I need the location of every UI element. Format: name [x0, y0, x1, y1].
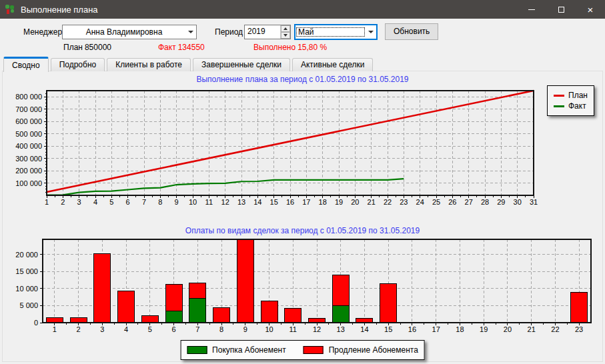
svg-text:10: 10 [189, 198, 197, 206]
svg-text:10: 10 [265, 325, 273, 333]
svg-text:18: 18 [319, 198, 327, 206]
svg-text:31: 31 [530, 198, 538, 206]
svg-text:8: 8 [158, 198, 162, 206]
svg-text:9: 9 [243, 325, 247, 333]
svg-text:3: 3 [100, 325, 104, 333]
tab-zavershennye-sdelki[interactable]: Завершенные сделки [193, 58, 290, 71]
svg-text:9: 9 [175, 198, 179, 206]
year-spinner[interactable]: 2019 [244, 25, 291, 39]
legend-label: План [568, 91, 588, 100]
svg-text:16: 16 [286, 198, 294, 206]
svg-text:12: 12 [313, 325, 321, 333]
chevron-up-icon [283, 27, 287, 30]
close-button[interactable]: × [576, 0, 605, 19]
svg-text:30: 30 [514, 198, 522, 206]
plan-chart-legend: ПланФакт [547, 85, 594, 116]
svg-text:10 000: 10 000 [15, 285, 38, 293]
svg-text:19: 19 [480, 325, 488, 333]
chevron-down-icon[interactable] [185, 25, 196, 39]
svg-text:1: 1 [45, 198, 49, 206]
svg-text:12: 12 [221, 198, 229, 206]
completed-summary-label: Выполнено [253, 43, 295, 52]
manager-value: Анна Владимировна [63, 27, 185, 37]
app-window: Выполнение плана × Менеджер Анна Владими… [0, 0, 605, 364]
svg-text:21: 21 [368, 198, 376, 206]
svg-text:13: 13 [337, 325, 345, 333]
legend-item: План [554, 91, 588, 100]
minimize-button[interactable] [517, 0, 546, 19]
tab-bar: Сводно Подробно Клиенты в работе Заверше… [3, 57, 375, 71]
app-icon [5, 4, 15, 15]
fact-summary: Факт134550 [158, 42, 207, 53]
svg-text:2: 2 [61, 198, 65, 206]
svg-text:16: 16 [408, 325, 416, 333]
svg-text:23: 23 [400, 198, 408, 206]
plan-chart-title: Выполнение плана за период с 01.05.2019 … [0, 75, 605, 84]
refresh-button[interactable]: Обновить [385, 23, 438, 40]
legend-item: Факт [554, 101, 588, 111]
legend-item: Покупка Абонемент [187, 345, 286, 355]
svg-text:300 000: 300 000 [15, 155, 42, 163]
payments-chart-legend: Покупка АбонементПродление Абонемента [180, 340, 425, 360]
svg-text:15: 15 [384, 325, 392, 333]
svg-text:13: 13 [237, 198, 245, 206]
payments-bar-chart: 123456789101112131415161718192021222305 … [0, 235, 605, 337]
svg-text:6: 6 [172, 325, 176, 333]
svg-text:14: 14 [253, 198, 261, 206]
month-value: Май [295, 27, 366, 37]
svg-text:24: 24 [416, 198, 424, 206]
svg-text:2: 2 [77, 325, 81, 333]
legend-color-swatch [187, 346, 207, 354]
spin-down-button[interactable] [281, 32, 290, 39]
svg-text:22: 22 [384, 198, 392, 206]
svg-text:5: 5 [109, 198, 113, 206]
tab-svodno[interactable]: Сводно [3, 57, 49, 72]
svg-text:17: 17 [432, 325, 440, 333]
legend-line-swatch [554, 105, 564, 107]
close-icon: × [588, 5, 594, 15]
completed-summary: Выполнено15,80 % [253, 42, 329, 53]
tab-klienty-v-rabote[interactable]: Клиенты в работе [107, 58, 191, 71]
titlebar[interactable]: Выполнение плана × [0, 0, 605, 19]
month-select[interactable]: Май [294, 24, 378, 40]
fact-summary-label: Факт [158, 43, 176, 52]
svg-text:21: 21 [528, 325, 536, 333]
svg-text:3: 3 [77, 198, 81, 206]
svg-text:100 000: 100 000 [15, 179, 42, 187]
tab-podrobno[interactable]: Подробно [51, 58, 105, 71]
svg-text:23: 23 [575, 325, 583, 333]
svg-text:5 000: 5 000 [19, 301, 38, 309]
svg-text:26: 26 [448, 198, 456, 206]
plan-line-chart: 1234567891011121314151617181920212223242… [0, 85, 605, 216]
svg-text:200 000: 200 000 [15, 167, 42, 175]
maximize-button[interactable] [546, 0, 576, 19]
year-value: 2019 [245, 25, 280, 39]
svg-text:20: 20 [504, 325, 512, 333]
svg-text:15 000: 15 000 [15, 267, 38, 275]
completed-summary-value: 15,80 % [297, 43, 327, 52]
svg-text:6: 6 [126, 198, 130, 206]
window-title: Выполнение плана [21, 5, 98, 15]
plan-summary: План850000 [63, 42, 113, 53]
svg-text:25: 25 [432, 198, 440, 206]
svg-text:800 000: 800 000 [15, 93, 42, 101]
svg-text:27: 27 [465, 198, 473, 206]
spin-up-button[interactable] [281, 25, 290, 32]
legend-label: Покупка Абонемент [212, 345, 286, 355]
chevron-down-icon [283, 34, 287, 37]
payments-chart-title: Оплаты по видам сделок за период с 01.05… [0, 226, 605, 235]
manager-label: Менеджер [23, 27, 62, 37]
svg-text:1: 1 [53, 325, 57, 333]
svg-text:19: 19 [335, 198, 343, 206]
svg-text:20 000: 20 000 [15, 251, 38, 259]
period-label: Период [215, 27, 243, 37]
manager-select[interactable]: Анна Владимировна [62, 25, 197, 39]
svg-text:20: 20 [351, 198, 359, 206]
legend-color-swatch [304, 346, 324, 354]
chevron-down-icon[interactable] [366, 25, 376, 39]
tab-aktivnye-sdelki[interactable]: Активные сделки [292, 58, 373, 71]
fact-summary-value: 134550 [178, 43, 205, 52]
plan-summary-value: 850000 [85, 43, 111, 52]
plan-summary-label: План [63, 43, 83, 52]
svg-text:15: 15 [270, 198, 278, 206]
